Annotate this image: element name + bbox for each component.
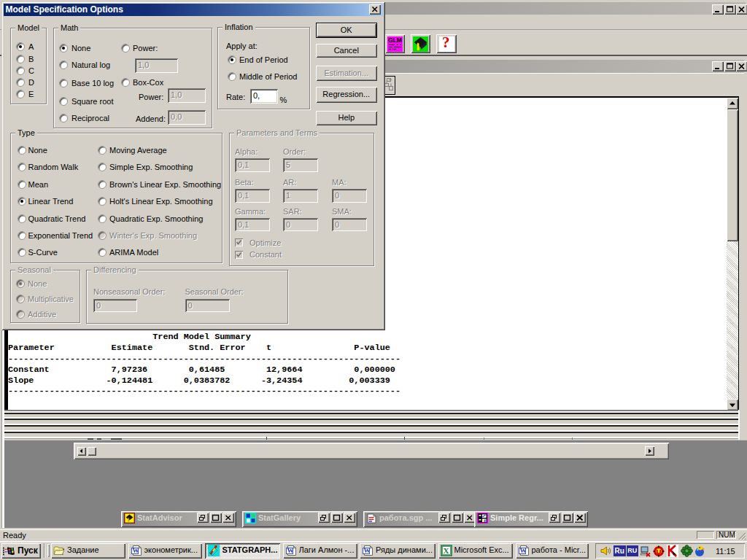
svg-text:W: W xyxy=(132,547,139,554)
svg-text:X: X xyxy=(443,546,449,555)
svg-text:W: W xyxy=(287,547,293,554)
svg-text:W: W xyxy=(519,547,526,554)
svg-text:W: W xyxy=(364,547,371,554)
